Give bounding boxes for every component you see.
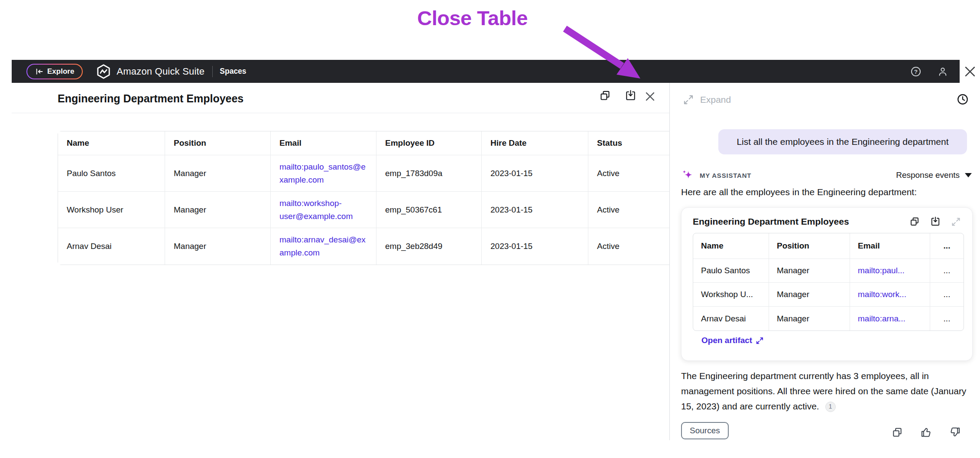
column-header-position[interactable]: Position [165,131,271,155]
employees-table-container: Name Position Email Employee ID Hire Dat… [58,131,669,266]
cell-hire-date: 2023-01-15 [482,228,588,265]
topbar-divider [212,66,213,77]
help-button[interactable]: ? [909,64,923,79]
table-toolbar [597,88,638,103]
mini-table-row: Paulo Santos Manager mailto:paul... ... [693,259,964,283]
close-icon [963,64,977,79]
user-message-text: List all the employees in the Engineerin… [737,137,948,147]
mini-table-header-row: Name Position Email ... [693,233,964,259]
expand-panel-label: Expand [700,95,731,105]
copy-table-button[interactable] [597,88,613,103]
cell-position: Manager [165,192,271,228]
response-events-label: Response events [896,170,960,180]
mini-cell-position: Manager [769,307,850,330]
cell-status: Active [588,155,669,192]
cell-employee-id: emp_50367c61 [376,192,482,228]
cell-position: Manager [165,228,271,265]
column-header-status[interactable]: Status [588,131,669,155]
mini-column-email: Email [850,233,930,259]
user-profile-button[interactable] [935,64,950,79]
cell-status: Active [588,192,669,228]
cell-name: Workshop User [58,192,165,228]
open-artifact-icon [756,337,764,345]
table-row: Paulo Santos Manager mailto:paulo_santos… [58,155,669,192]
assistant-label: MY ASSISTANT [700,172,751,179]
chevron-down-icon [965,173,972,177]
cell-hire-date: 2023-01-15 [482,155,588,192]
column-header-name[interactable]: Name [58,131,165,155]
cell-hire-date: 2023-01-15 [482,192,588,228]
cell-name: Paulo Santos [58,155,165,192]
expand-artifact-button[interactable] [949,215,963,229]
open-artifact-link[interactable]: Open artifact [701,336,764,345]
expand-icon [683,94,694,105]
download-artifact-button[interactable] [928,215,942,229]
employees-table: Name Position Email Employee ID Hire Dat… [58,131,669,265]
main-content: Engineering Department Employees [12,83,669,440]
response-events-dropdown[interactable]: Response events [896,170,972,180]
mini-column-position: Position [769,233,850,259]
user-icon [937,66,948,77]
close-table-button[interactable] [634,81,666,112]
expand-panel-button[interactable]: Expand [681,92,733,107]
assistant-summary-text: The Engineering department currently has… [681,368,976,414]
sources-button[interactable]: Sources [681,422,729,439]
expand-icon [951,217,961,227]
artifact-card: Engineering Department Employees [681,207,973,361]
page-title: Engineering Department Employees [58,92,243,105]
column-header-hire-date[interactable]: Hire Date [482,131,588,155]
table-row: Arnav Desai Manager mailto:arnav_desai@e… [58,228,669,265]
email-link[interactable]: mailto:arnav_desai@example.com [279,235,366,257]
explore-button-label: Explore [47,67,74,76]
artifact-mini-table: Name Position Email ... Paulo Santos Man… [693,233,964,331]
history-button[interactable] [955,92,970,107]
mini-cell-position: Manager [769,259,850,283]
user-message-bubble: List all the employees in the Engineerin… [718,129,967,154]
mini-table-row: Arnav Desai Manager mailto:arna... ... [693,307,964,330]
thumbs-down-button[interactable] [948,425,963,440]
email-link[interactable]: mailto:workshop-user@example.com [279,199,353,221]
svg-text:?: ? [914,68,918,75]
mini-cell-name: Paulo Santos [693,259,769,283]
column-header-email[interactable]: Email [271,131,376,155]
copy-icon [599,90,611,101]
mini-cell-name: Workshop U... [693,283,769,307]
mini-cell-more: ... [930,307,964,330]
email-link[interactable]: mailto:arna... [858,314,905,323]
cell-status: Active [588,228,669,265]
top-navigation-bar: Explore Amazon Quick Suite Spaces ? [12,60,960,83]
mini-table-row: Workshop U... Manager mailto:work... ... [693,283,964,307]
mini-column-more: ... [930,233,964,259]
feedback-toolbar [890,425,963,440]
mini-column-name: Name [693,233,769,259]
open-artifact-label: Open artifact [701,336,752,345]
copy-icon [892,427,903,438]
citation-badge[interactable]: 1 [825,402,836,412]
copy-artifact-button[interactable] [908,215,922,229]
mini-cell-more: ... [930,259,964,283]
download-icon [930,216,941,227]
cell-employee-id: emp_1783d09a [376,155,482,192]
column-header-employee-id[interactable]: Employee ID [376,131,482,155]
mini-cell-name: Arnav Desai [693,307,769,330]
collapse-left-icon [35,67,44,76]
email-link[interactable]: mailto:paulo_santos@example.com [279,162,366,184]
window-close-button[interactable] [960,60,980,83]
email-link[interactable]: mailto:paul... [858,266,905,275]
thumbs-up-button[interactable] [918,425,934,440]
thumbs-down-icon [949,426,961,438]
assistant-header-row: MY ASSISTANT Response events [681,169,972,182]
title-divider [12,113,669,113]
copy-response-button[interactable] [890,425,905,440]
sparkle-icon [681,169,694,182]
close-icon [644,90,656,103]
nav-item-spaces[interactable]: Spaces [220,67,246,76]
assistant-panel: Expand List all the employees in the Eng… [670,83,980,440]
table-header-row: Name Position Email Employee ID Hire Dat… [58,131,669,155]
assistant-intro-text: Here are all the employees in the Engine… [681,187,917,197]
email-link[interactable]: mailto:work... [858,290,906,299]
table-row: Workshop User Manager mailto:workshop-us… [58,192,669,228]
clock-icon [957,93,969,105]
app-screen: Close Table Explore Amazon Quick Suite S… [0,0,980,458]
explore-button[interactable]: Explore [26,64,83,79]
